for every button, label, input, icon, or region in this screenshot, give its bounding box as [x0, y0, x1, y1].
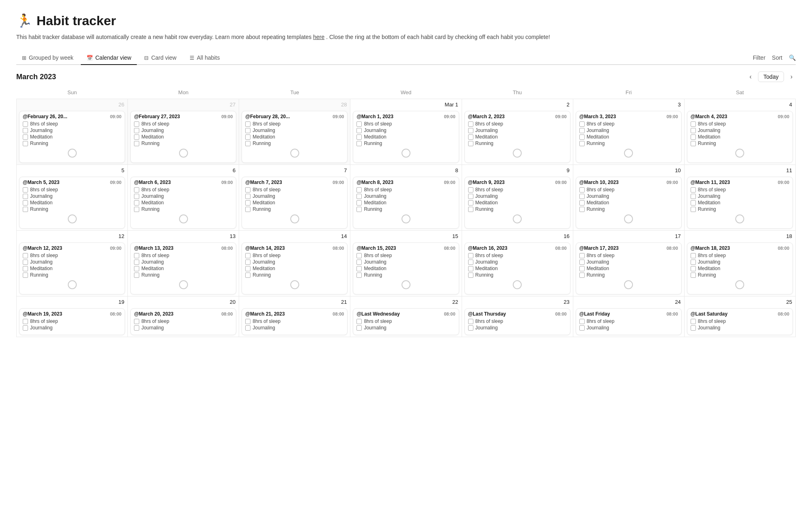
habit-checkbox[interactable] — [23, 121, 28, 127]
ring-button[interactable] — [735, 149, 744, 158]
habit-checkbox[interactable] — [245, 187, 251, 193]
habit-checkbox[interactable] — [134, 260, 139, 265]
calendar-day-1-5[interactable]: 2@March 2, 202309:008hrs of sleepJournal… — [462, 99, 573, 165]
habit-checkbox[interactable] — [579, 121, 585, 127]
habit-card[interactable]: @March 20, 202308:008hrs of sleepJournal… — [130, 308, 236, 335]
habit-checkbox[interactable] — [579, 128, 585, 133]
tab-grouped-by-week[interactable]: ⊞ Grouped by week — [16, 51, 79, 65]
habit-checkbox[interactable] — [23, 319, 28, 324]
habit-checkbox[interactable] — [23, 194, 28, 199]
calendar-day-3-4[interactable]: 15@March 15, 202308:008hrs of sleepJourn… — [350, 231, 462, 296]
habit-checkbox[interactable] — [245, 207, 251, 212]
habit-checkbox[interactable] — [23, 325, 28, 331]
ring-button[interactable] — [624, 280, 633, 289]
tab-card-view[interactable]: ⊟ Card view — [138, 51, 182, 65]
habit-checkbox[interactable] — [691, 260, 696, 265]
habit-checkbox[interactable] — [579, 207, 585, 212]
habit-checkbox[interactable] — [23, 128, 28, 133]
calendar-day-1-6[interactable]: 3@March 3, 202309:008hrs of sleepJournal… — [573, 99, 684, 165]
calendar-day-1-2[interactable]: 27@February 27, 202309:008hrs of sleepJo… — [128, 99, 239, 165]
habit-checkbox[interactable] — [356, 325, 362, 331]
calendar-day-4-4[interactable]: 22@Last Wednesday08:008hrs of sleepJourn… — [350, 296, 462, 337]
habit-card[interactable]: @March 18, 202308:008hrs of sleepJournal… — [687, 242, 793, 294]
habit-card[interactable]: @March 6, 202309:008hrs of sleepJournali… — [130, 177, 236, 229]
habit-checkbox[interactable] — [134, 128, 139, 133]
habit-checkbox[interactable] — [23, 141, 28, 146]
habit-checkbox[interactable] — [356, 194, 362, 199]
calendar-day-2-7[interactable]: 11@March 11, 202309:008hrs of sleepJourn… — [684, 165, 795, 231]
habit-card[interactable]: @March 9, 202309:008hrs of sleepJournali… — [464, 177, 570, 229]
ring-button[interactable] — [735, 280, 744, 289]
habit-checkbox[interactable] — [468, 325, 473, 331]
ring-button[interactable] — [290, 149, 299, 158]
description-link[interactable]: here — [313, 34, 324, 40]
habit-checkbox[interactable] — [134, 253, 139, 258]
habit-checkbox[interactable] — [134, 325, 139, 331]
ring-button[interactable] — [290, 214, 299, 223]
ring-button[interactable] — [402, 280, 410, 289]
habit-checkbox[interactable] — [134, 134, 139, 140]
habit-card[interactable]: @March 1, 202309:008hrs of sleepJournali… — [353, 111, 459, 163]
calendar-day-2-4[interactable]: 8@March 8, 202309:008hrs of sleepJournal… — [350, 165, 462, 231]
habit-checkbox[interactable] — [691, 319, 696, 324]
habit-checkbox[interactable] — [134, 266, 139, 271]
habit-checkbox[interactable] — [245, 273, 251, 278]
calendar-day-3-2[interactable]: 13@March 13, 202308:008hrs of sleepJourn… — [128, 231, 239, 296]
ring-button[interactable] — [179, 280, 188, 289]
habit-card[interactable]: @March 16, 202308:008hrs of sleepJournal… — [464, 242, 570, 294]
habit-checkbox[interactable] — [468, 141, 473, 146]
habit-checkbox[interactable] — [356, 121, 362, 127]
habit-checkbox[interactable] — [134, 273, 139, 278]
ring-button[interactable] — [624, 149, 633, 158]
habit-checkbox[interactable] — [579, 319, 585, 324]
habit-checkbox[interactable] — [468, 253, 473, 258]
habit-checkbox[interactable] — [579, 200, 585, 206]
habit-card[interactable]: @Last Friday08:008hrs of sleepJournaling… — [576, 308, 682, 335]
habit-card[interactable]: @March 12, 202309:008hrs of sleepJournal… — [19, 242, 125, 294]
tab-calendar-view[interactable]: 📅 Calendar view — [81, 51, 137, 65]
habit-card[interactable]: @March 10, 202309:008hrs of sleepJournal… — [576, 177, 682, 229]
habit-checkbox[interactable] — [579, 253, 585, 258]
habit-checkbox[interactable] — [579, 273, 585, 278]
calendar-day-3-3[interactable]: 14@March 14, 202308:008hrs of sleepJourn… — [239, 231, 350, 296]
habit-checkbox[interactable] — [356, 319, 362, 324]
habit-card[interactable]: @March 21, 202308:008hrs of sleepJournal… — [242, 308, 348, 335]
calendar-day-3-5[interactable]: 16@March 16, 202308:008hrs of sleepJourn… — [462, 231, 573, 296]
habit-card[interactable]: @March 5, 202309:008hrs of sleepJournali… — [19, 177, 125, 229]
habit-checkbox[interactable] — [691, 128, 696, 133]
habit-checkbox[interactable] — [691, 194, 696, 199]
habit-checkbox[interactable] — [134, 121, 139, 127]
ring-button[interactable] — [624, 214, 633, 223]
tab-all-habits[interactable]: ☰ All habits — [184, 51, 226, 65]
habit-card[interactable]: @March 17, 202308:008hrs of sleepJournal… — [576, 242, 682, 294]
ring-button[interactable] — [68, 280, 77, 289]
habit-checkbox[interactable] — [468, 319, 473, 324]
calendar-day-1-1[interactable]: 26@February 26, 20...09:008hrs of sleepJ… — [17, 99, 128, 165]
habit-card[interactable]: @March 14, 202308:008hrs of sleepJournal… — [242, 242, 348, 294]
calendar-day-2-3[interactable]: 7@March 7, 202309:008hrs of sleepJournal… — [239, 165, 350, 231]
habit-checkbox[interactable] — [468, 187, 473, 193]
habit-checkbox[interactable] — [356, 200, 362, 206]
calendar-day-4-1[interactable]: 19@March 19, 202308:008hrs of sleepJourn… — [17, 296, 128, 337]
calendar-day-4-5[interactable]: 23@Last Thursday08:008hrs of sleepJourna… — [462, 296, 573, 337]
habit-checkbox[interactable] — [468, 273, 473, 278]
habit-checkbox[interactable] — [356, 128, 362, 133]
habit-checkbox[interactable] — [691, 200, 696, 206]
habit-checkbox[interactable] — [691, 121, 696, 127]
habit-card[interactable]: @March 3, 202309:008hrs of sleepJournali… — [576, 111, 682, 163]
habit-checkbox[interactable] — [245, 134, 251, 140]
habit-card[interactable]: @February 27, 202309:008hrs of sleepJour… — [130, 111, 236, 163]
habit-card[interactable]: @March 11, 202309:008hrs of sleepJournal… — [687, 177, 793, 229]
calendar-day-1-7[interactable]: 4@March 4, 202309:008hrs of sleepJournal… — [684, 99, 795, 165]
calendar-day-3-1[interactable]: 12@March 12, 202309:008hrs of sleepJourn… — [17, 231, 128, 296]
habit-checkbox[interactable] — [691, 266, 696, 271]
habit-checkbox[interactable] — [23, 200, 28, 206]
habit-checkbox[interactable] — [23, 134, 28, 140]
calendar-day-4-2[interactable]: 20@March 20, 202308:008hrs of sleepJourn… — [128, 296, 239, 337]
habit-checkbox[interactable] — [134, 187, 139, 193]
habit-checkbox[interactable] — [579, 266, 585, 271]
habit-card[interactable]: @March 13, 202308:008hrs of sleepJournal… — [130, 242, 236, 294]
habit-checkbox[interactable] — [691, 141, 696, 146]
ring-button[interactable] — [179, 214, 188, 223]
habit-checkbox[interactable] — [356, 273, 362, 278]
